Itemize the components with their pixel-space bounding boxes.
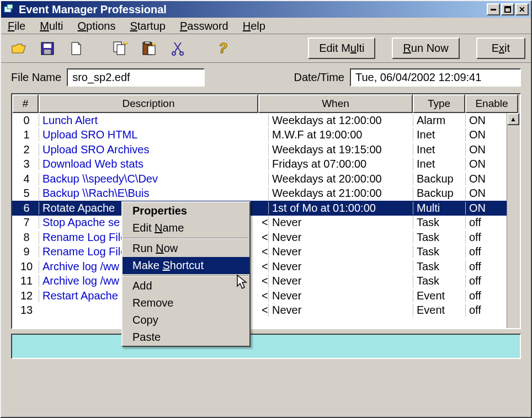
- row-type: Inet: [413, 128, 465, 141]
- svg-point-10: [172, 52, 175, 55]
- exit-button[interactable]: Exit: [476, 37, 525, 59]
- menu-help[interactable]: Help: [243, 20, 265, 33]
- col-type-header[interactable]: Type: [413, 94, 465, 113]
- row-type: Task: [413, 260, 465, 273]
- column-headers: # Description When Type Enable: [12, 94, 520, 113]
- row-arrow: <-: [258, 275, 268, 287]
- table-row[interactable]: 11Archive log /ww<-NeverTaskoff: [12, 274, 520, 289]
- titlebar[interactable]: Event Manager Professional ✕: [1, 1, 531, 18]
- row-when: Never: [268, 304, 413, 317]
- table-row[interactable]: 9Rename Log File<-NeverTaskoff: [12, 245, 520, 260]
- titlebar-text: Event Manager Professional: [19, 3, 487, 16]
- row-type: Task: [413, 231, 465, 244]
- row-type: Inet: [413, 158, 465, 170]
- row-type: Event: [413, 304, 465, 317]
- context-menu-item[interactable]: Remove: [123, 294, 249, 312]
- table-row[interactable]: 0Lunch AlertWeekdays at 12:00:00AlarmON: [12, 113, 520, 128]
- open-icon[interactable]: [7, 39, 31, 58]
- svg-rect-1: [7, 4, 13, 9]
- help-icon[interactable]: ?: [210, 39, 234, 58]
- table-row[interactable]: 5Backup \\Rach\E\BuisWeekdays at 21:00:0…: [12, 186, 520, 201]
- row-desc: Backup \\Rach\E\Buis: [39, 187, 258, 200]
- new-icon[interactable]: [64, 39, 88, 58]
- file-name-label: File Name: [11, 71, 61, 84]
- row-desc: Download Web stats: [39, 158, 258, 170]
- menu-startup[interactable]: Startup: [130, 20, 166, 33]
- table-row[interactable]: 7Stop Apache se<-NeverTaskoff: [12, 216, 520, 231]
- svg-rect-8: [145, 41, 150, 44]
- vertical-scrollbar[interactable]: ▲: [507, 113, 520, 328]
- context-menu-item[interactable]: Copy: [123, 312, 249, 329]
- col-when-header[interactable]: When: [258, 94, 413, 113]
- file-name-field[interactable]: sro_sp2.edf: [67, 68, 205, 87]
- context-menu-item[interactable]: Paste: [123, 329, 249, 346]
- row-when: Never: [268, 275, 413, 287]
- row-num: 1: [12, 128, 39, 141]
- row-type: Task: [413, 216, 465, 229]
- row-when: Fridays at 07:00:00: [268, 158, 413, 170]
- row-when: 1st of Mo at 01:00:00: [268, 202, 413, 215]
- table-row[interactable]: 6Rotate Apache1st of Mo at 01:00:00Multi…: [12, 201, 520, 216]
- context-menu-item[interactable]: Run Now: [123, 240, 249, 257]
- svg-rect-3: [44, 44, 51, 48]
- row-when: M.W.F at 19:00:00: [268, 128, 413, 141]
- status-bar: [11, 334, 521, 359]
- row-when: Never: [268, 245, 413, 258]
- row-num: 8: [12, 231, 39, 244]
- table-row[interactable]: 4Backup \\speedy\C\DevWeekdays at 20:00:…: [12, 172, 520, 186]
- row-num: 3: [12, 158, 39, 170]
- datetime-field[interactable]: Tue, 06/04/2002 12:09:41: [350, 68, 521, 87]
- context-menu-item[interactable]: Properties: [123, 202, 249, 219]
- copy-icon[interactable]: [108, 39, 132, 58]
- table-row[interactable]: 12Restart Apache<-NeverEventoff: [12, 288, 520, 303]
- row-arrow: <-: [258, 231, 268, 244]
- table-row[interactable]: 8Rename Log File<-NeverTaskoff: [12, 230, 520, 245]
- col-num-header[interactable]: #: [12, 94, 39, 113]
- row-num: 13: [12, 304, 39, 317]
- table-row[interactable]: 1Upload SRO HTMLM.W.F at 19:00:00InetON: [12, 128, 520, 143]
- menu-options[interactable]: Options: [77, 20, 115, 33]
- row-type: Backup: [413, 173, 465, 185]
- edit-multi-button[interactable]: Edit Multi: [308, 37, 375, 59]
- row-arrow: <-: [258, 245, 268, 258]
- svg-rect-4: [44, 50, 51, 54]
- col-enable-header[interactable]: Enable: [465, 94, 518, 113]
- row-type: Task: [413, 275, 465, 287]
- table-row[interactable]: 13<-NeverEventoff: [12, 303, 520, 318]
- row-when: Never: [268, 260, 413, 273]
- row-arrow: <-: [258, 260, 268, 273]
- menu-file[interactable]: File: [8, 20, 25, 33]
- row-when: Weekdays at 21:00:00: [268, 187, 413, 200]
- cut-icon[interactable]: [166, 39, 190, 58]
- context-menu-item[interactable]: Edit Name: [123, 219, 249, 237]
- row-num: 7: [12, 216, 39, 229]
- close-button[interactable]: ✕: [515, 3, 529, 15]
- menubar: File Multi Options Startup Password Help: [1, 18, 531, 34]
- form-row: File Name sro_sp2.edf Date/Time Tue, 06/…: [1, 63, 531, 91]
- row-arrow: <-: [258, 304, 268, 317]
- row-when: Never: [268, 231, 413, 244]
- row-type: Multi: [413, 202, 465, 215]
- table-row[interactable]: 2Upload SRO ArchivesWeekdays at 19:15:00…: [12, 142, 520, 157]
- maximize-button[interactable]: [501, 3, 514, 15]
- rows-container: 0Lunch AlertWeekdays at 12:00:00AlarmON1…: [12, 113, 520, 328]
- menu-multi[interactable]: Multi: [40, 20, 63, 33]
- menu-password[interactable]: Password: [180, 20, 228, 33]
- svg-rect-9: [148, 46, 155, 55]
- scroll-up-button[interactable]: ▲: [507, 113, 519, 125]
- row-desc: Backup \\speedy\C\Dev: [39, 173, 258, 185]
- paste-icon[interactable]: [137, 39, 161, 58]
- row-arrow: <-: [258, 290, 268, 302]
- run-now-button[interactable]: Run Now: [392, 37, 459, 59]
- context-menu-item[interactable]: Make Shortcut: [123, 257, 249, 274]
- minimize-button[interactable]: [487, 3, 500, 15]
- col-desc-header[interactable]: Description: [39, 94, 258, 113]
- svg-rect-6: [117, 45, 125, 55]
- table-row[interactable]: 10Archive log /ww<-NeverTaskoff: [12, 259, 520, 274]
- context-menu-item[interactable]: Add: [123, 277, 249, 294]
- table-row[interactable]: 3Download Web statsFridays at 07:00:00In…: [12, 157, 520, 172]
- row-desc: Lunch Alert: [39, 114, 258, 127]
- save-icon[interactable]: [35, 39, 60, 58]
- row-when: Never: [268, 216, 413, 229]
- event-list: # Description When Type Enable 0Lunch Al…: [11, 93, 521, 329]
